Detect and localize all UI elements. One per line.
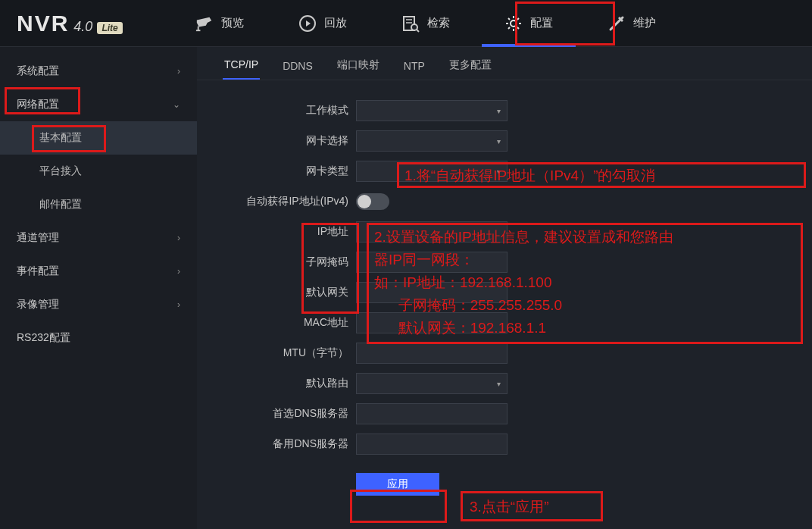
sidebar-item-label: 通道管理	[17, 231, 59, 245]
sidebar-item-rs232[interactable]: RS232配置	[0, 321, 197, 355]
svg-rect-1	[196, 30, 201, 31]
label-dns2: 备用DNS服务器	[197, 437, 356, 451]
main: 系统配置 › 网络配置 ⌄ 基本配置 平台接入 邮件配置 通道管理 › 事件配置…	[0, 47, 812, 529]
sidebar-item-channel[interactable]: 通道管理 ›	[0, 221, 197, 255]
input-dns2[interactable]	[356, 434, 508, 455]
svg-point-7	[411, 24, 417, 30]
apply-button[interactable]: 应用	[356, 473, 439, 496]
topbar: NVR 4.0 Lite 预览 回放 检索 配置	[0, 0, 812, 47]
chevron-right-icon: ›	[177, 299, 180, 310]
nav-search[interactable]: 检索	[374, 0, 477, 47]
label-mask: 子网掩码	[197, 255, 356, 269]
select-work-mode[interactable]: ▾	[356, 100, 508, 121]
input-mac[interactable]	[356, 312, 508, 333]
input-dns1[interactable]	[356, 403, 508, 424]
chevron-right-icon: ›	[177, 266, 180, 277]
sidebar: 系统配置 › 网络配置 ⌄ 基本配置 平台接入 邮件配置 通道管理 › 事件配置…	[0, 47, 197, 529]
tab-ddns[interactable]: DDNS	[281, 60, 314, 80]
content: TCP/IP DDNS 端口映射 NTP 更多配置 工作模式 ▾ 网卡选择 ▾ …	[197, 47, 812, 529]
nav-config[interactable]: 配置	[477, 0, 580, 47]
label-mac: MAC地址	[197, 316, 356, 330]
label-gateway: 默认网关	[197, 286, 356, 299]
tab-tcpip[interactable]: TCP/IP	[223, 58, 260, 80]
wrench-icon	[607, 14, 626, 33]
tab-ntp[interactable]: NTP	[402, 60, 426, 80]
playback-icon	[298, 14, 317, 33]
logo: NVR 4.0 Lite	[17, 11, 123, 36]
svg-line-17	[517, 18, 519, 20]
sidebar-item-net-mail[interactable]: 邮件配置	[0, 188, 197, 221]
input-mtu[interactable]	[356, 343, 508, 364]
nav-label: 维护	[633, 16, 656, 30]
nav-label: 配置	[530, 16, 553, 30]
svg-line-8	[417, 30, 419, 32]
sidebar-item-event[interactable]: 事件配置 ›	[0, 255, 197, 288]
select-nic-type[interactable]: ▾	[356, 161, 508, 182]
label-nic-type: 网卡类型	[197, 164, 356, 178]
sidebar-item-net-basic[interactable]: 基本配置	[0, 121, 197, 155]
svg-line-16	[508, 27, 510, 29]
toggle-auto-ipv4[interactable]	[356, 193, 389, 210]
chevron-down-icon: ▾	[497, 380, 501, 388]
chevron-right-icon: ›	[177, 233, 180, 243]
sidebar-item-label: 事件配置	[17, 264, 59, 278]
label-mtu: MTU（字节）	[197, 346, 356, 360]
sidebar-item-label: 录像管理	[17, 298, 59, 311]
label-dns1: 首选DNS服务器	[197, 407, 356, 421]
sidebar-item-net-platform[interactable]: 平台接入	[0, 155, 197, 188]
tab-portmap[interactable]: 端口映射	[336, 58, 381, 80]
nav-maintain[interactable]: 维护	[580, 0, 683, 47]
sidebar-item-system[interactable]: 系统配置 ›	[0, 55, 197, 88]
logo-version: 4.0	[73, 19, 92, 35]
input-gateway[interactable]	[356, 282, 508, 303]
topnav: 预览 回放 检索 配置 维护	[168, 0, 683, 47]
nav-preview[interactable]: 预览	[168, 0, 271, 47]
sidebar-item-label: 基本配置	[39, 131, 82, 145]
sidebar-item-label: RS232配置	[17, 331, 70, 345]
label-nic-select: 网卡选择	[197, 134, 356, 148]
sidebar-item-network[interactable]: 网络配置 ⌄	[0, 88, 197, 121]
tabs: TCP/IP DDNS 端口映射 NTP 更多配置	[197, 47, 812, 80]
chevron-down-icon: ▾	[497, 137, 501, 146]
select-nic[interactable]: ▾	[356, 130, 508, 152]
tab-more[interactable]: 更多配置	[448, 58, 493, 80]
label-work-mode: 工作模式	[197, 104, 356, 117]
sidebar-item-record[interactable]: 录像管理 ›	[0, 288, 197, 321]
form: 工作模式 ▾ 网卡选择 ▾ 网卡类型 ▾ 自动获得IP地址(IPv4)	[197, 80, 812, 496]
svg-line-15	[517, 27, 519, 29]
gear-icon	[504, 14, 523, 33]
label-default-route: 默认路由	[197, 377, 356, 390]
chevron-down-icon: ▾	[497, 167, 501, 176]
nav-label: 检索	[427, 16, 450, 30]
search-doc-icon	[401, 14, 420, 33]
chevron-down-icon: ⌄	[173, 99, 180, 110]
sidebar-item-label: 网络配置	[17, 98, 59, 111]
input-ip[interactable]	[356, 221, 508, 243]
input-mask[interactable]	[356, 252, 508, 273]
chevron-down-icon: ▾	[497, 107, 501, 115]
logo-tag: Lite	[97, 22, 122, 34]
svg-line-14	[508, 18, 510, 20]
logo-main: NVR	[17, 11, 69, 36]
sidebar-item-label: 系统配置	[17, 64, 59, 78]
sidebar-item-label: 平台接入	[39, 164, 82, 178]
camera-icon	[195, 14, 214, 33]
svg-marker-3	[306, 20, 311, 27]
nav-label: 预览	[221, 16, 244, 30]
nav-label: 回放	[324, 16, 347, 30]
chevron-right-icon: ›	[177, 66, 180, 77]
svg-point-9	[511, 20, 517, 27]
label-ip: IP地址	[197, 225, 356, 239]
sidebar-item-label: 邮件配置	[39, 198, 82, 211]
nav-playback[interactable]: 回放	[271, 0, 374, 47]
label-auto-ipv4: 自动获得IP地址(IPv4)	[197, 195, 356, 208]
select-default-route[interactable]: ▾	[356, 373, 508, 394]
